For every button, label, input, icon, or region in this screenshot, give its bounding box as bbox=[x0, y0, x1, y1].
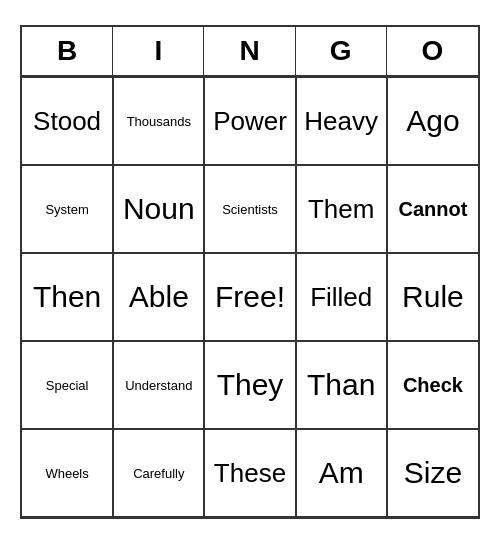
bingo-grid: StoodThousandsPowerHeavyAgoSystemNounSci… bbox=[22, 77, 478, 517]
bingo-cell-0-2: Power bbox=[204, 77, 295, 165]
bingo-cell-3-2: They bbox=[204, 341, 295, 429]
header-letter-B: B bbox=[22, 27, 113, 75]
header-letter-G: G bbox=[296, 27, 387, 75]
bingo-cell-text-4-2: These bbox=[214, 458, 286, 489]
bingo-cell-2-4: Rule bbox=[387, 253, 478, 341]
bingo-cell-text-2-4: Rule bbox=[402, 280, 464, 314]
bingo-cell-4-2: These bbox=[204, 429, 295, 517]
bingo-cell-1-1: Noun bbox=[113, 165, 204, 253]
bingo-cell-0-3: Heavy bbox=[296, 77, 387, 165]
bingo-cell-1-4: Cannot bbox=[387, 165, 478, 253]
bingo-header: BINGO bbox=[22, 27, 478, 77]
bingo-cell-text-2-2: Free! bbox=[215, 280, 285, 314]
bingo-cell-0-4: Ago bbox=[387, 77, 478, 165]
bingo-cell-text-3-1: Understand bbox=[125, 378, 192, 393]
bingo-cell-text-4-3: Am bbox=[319, 456, 364, 490]
bingo-cell-text-0-1: Thousands bbox=[127, 114, 191, 129]
bingo-cell-4-1: Carefully bbox=[113, 429, 204, 517]
bingo-cell-text-0-3: Heavy bbox=[304, 106, 378, 137]
bingo-cell-text-0-2: Power bbox=[213, 106, 287, 137]
bingo-cell-2-2: Free! bbox=[204, 253, 295, 341]
bingo-cell-1-2: Scientists bbox=[204, 165, 295, 253]
bingo-cell-2-0: Then bbox=[22, 253, 113, 341]
bingo-cell-text-2-1: Able bbox=[129, 280, 189, 314]
bingo-cell-text-2-0: Then bbox=[33, 280, 101, 314]
bingo-cell-1-0: System bbox=[22, 165, 113, 253]
bingo-cell-text-0-4: Ago bbox=[406, 104, 459, 138]
bingo-cell-3-4: Check bbox=[387, 341, 478, 429]
bingo-cell-2-3: Filled bbox=[296, 253, 387, 341]
bingo-cell-4-4: Size bbox=[387, 429, 478, 517]
bingo-cell-3-1: Understand bbox=[113, 341, 204, 429]
bingo-cell-text-4-4: Size bbox=[404, 456, 462, 490]
bingo-cell-text-3-0: Special bbox=[46, 378, 89, 393]
bingo-cell-text-1-2: Scientists bbox=[222, 202, 278, 217]
header-letter-I: I bbox=[113, 27, 204, 75]
bingo-cell-text-1-4: Cannot bbox=[398, 198, 467, 221]
bingo-cell-text-2-3: Filled bbox=[310, 282, 372, 313]
bingo-cell-text-4-0: Wheels bbox=[45, 466, 88, 481]
bingo-cell-text-0-0: Stood bbox=[33, 106, 101, 137]
header-letter-O: O bbox=[387, 27, 478, 75]
header-letter-N: N bbox=[204, 27, 295, 75]
bingo-cell-text-3-4: Check bbox=[403, 374, 463, 397]
bingo-cell-0-1: Thousands bbox=[113, 77, 204, 165]
bingo-cell-2-1: Able bbox=[113, 253, 204, 341]
bingo-card: BINGO StoodThousandsPowerHeavyAgoSystemN… bbox=[20, 25, 480, 519]
bingo-cell-3-3: Than bbox=[296, 341, 387, 429]
bingo-cell-text-1-0: System bbox=[45, 202, 88, 217]
bingo-cell-text-1-3: Them bbox=[308, 194, 374, 225]
bingo-cell-text-3-2: They bbox=[217, 368, 284, 402]
bingo-cell-3-0: Special bbox=[22, 341, 113, 429]
bingo-cell-0-0: Stood bbox=[22, 77, 113, 165]
bingo-cell-text-3-3: Than bbox=[307, 368, 375, 402]
bingo-cell-1-3: Them bbox=[296, 165, 387, 253]
bingo-cell-text-4-1: Carefully bbox=[133, 466, 184, 481]
bingo-cell-4-0: Wheels bbox=[22, 429, 113, 517]
bingo-cell-4-3: Am bbox=[296, 429, 387, 517]
bingo-cell-text-1-1: Noun bbox=[123, 192, 195, 226]
